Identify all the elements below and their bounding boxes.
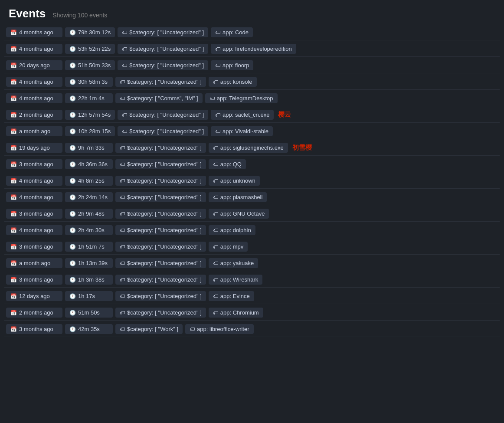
event-row: 📅19 days ago🕐9h 7m 33s🏷$category: [ "Unc… (4, 140, 500, 156)
tag-icon: 🏷 (120, 310, 125, 316)
event-category-badge: 🏷$category: [ "Uncategorized" ] (115, 308, 206, 318)
event-app-badge: 🏷app: Wireshark (209, 275, 262, 285)
event-date: a month ago (19, 128, 50, 134)
event-annotation: 初雪樱 (292, 144, 312, 152)
event-row: 📅4 months ago🕐30h 58m 3s🏷$category: [ "U… (4, 74, 500, 90)
event-duration-badge: 🕐10h 28m 15s (65, 126, 115, 136)
event-date: 3 months ago (19, 161, 53, 167)
event-category-badge: 🏷$category: [ "Uncategorized" ] (118, 110, 208, 120)
tag-icon: 🏷 (120, 260, 125, 266)
event-category-badge: 🏷$category: [ "Uncategorized" ] (115, 143, 206, 153)
event-category: $category: [ "Uncategorized" ] (127, 144, 202, 151)
event-duration-badge: 🕐4h 36m 36s (65, 159, 113, 169)
event-category-badge: 🏷$category: [ "Uncategorized" ] (115, 258, 206, 268)
event-duration: 4h 36m 36s (78, 161, 108, 167)
clock-icon: 🕐 (69, 227, 76, 233)
app-tag-icon: 🏷 (215, 46, 220, 52)
event-category: $category: [ "Uncategorized" ] (127, 161, 202, 167)
event-category: $category: [ "Uncategorized" ] (127, 243, 202, 250)
event-app: app: QQ (220, 161, 242, 167)
app-tag-icon: 🏷 (213, 293, 218, 299)
event-app-badge: 🏷app: libreoffice-writer (185, 324, 253, 334)
event-date: 4 months ago (19, 177, 53, 184)
event-category: $category: [ "Uncategorized" ] (127, 276, 202, 283)
app-tag-icon: 🏷 (213, 178, 218, 184)
clock-icon: 🕐 (69, 178, 76, 184)
event-app: app: konsole (220, 79, 252, 85)
event-category-badge: 🏷$category: [ "Uncategorized" ] (115, 77, 206, 87)
tag-icon: 🏷 (122, 46, 127, 52)
event-category: $category: [ "Uncategorized" ] (127, 79, 202, 85)
clock-icon: 🕐 (69, 128, 76, 134)
event-app: app: mpv (220, 243, 243, 250)
calendar-icon: 📅 (10, 79, 17, 85)
calendar-icon: 📅 (10, 277, 17, 283)
event-app: app: Code (223, 29, 249, 36)
event-duration-badge: 🕐1h 13m 39s (65, 258, 113, 268)
app-tag-icon: 🏷 (190, 326, 195, 332)
event-duration-badge: 🕐79h 30m 12s (65, 27, 115, 37)
event-date: 3 months ago (19, 210, 53, 217)
event-date-badge: 📅4 months ago (6, 192, 62, 202)
event-row: 📅4 months ago🕐2h 24m 14s🏷$category: [ "U… (4, 190, 500, 205)
calendar-icon: 📅 (10, 194, 17, 200)
app-tag-icon: 🏷 (215, 128, 220, 134)
event-category-badge: 🏷$category: [ "Uncategorized" ] (118, 60, 208, 70)
event-duration: 1h 13m 39s (78, 260, 108, 266)
calendar-icon: 📅 (10, 211, 17, 217)
event-app-badge: 🏷app: siglusenginechs.exe (209, 143, 288, 153)
tag-icon: 🏷 (120, 293, 125, 299)
event-date-badge: 📅4 months ago (6, 44, 62, 54)
event-duration-badge: 🕐1h 51m 7s (65, 242, 113, 252)
tag-icon: 🏷 (120, 277, 125, 283)
app-tag-icon: 🏷 (213, 227, 218, 233)
clock-icon: 🕐 (69, 277, 76, 283)
clock-icon: 🕐 (69, 326, 76, 332)
event-date: 3 months ago (19, 326, 53, 332)
event-duration: 30h 58m 3s (78, 79, 108, 85)
clock-icon: 🕐 (69, 293, 76, 299)
event-date-badge: 📅3 months ago (6, 209, 62, 219)
tag-icon: 🏷 (120, 161, 125, 167)
app-tag-icon: 🏷 (209, 95, 215, 102)
event-app: app: dolphin (220, 227, 251, 233)
event-duration: 10h 28m 15s (78, 128, 111, 134)
event-category-badge: 🏷$category: [ "Uncategorized" ] (115, 159, 206, 169)
event-app-badge: 🏷app: saclet_cn.exe (211, 110, 274, 120)
app-tag-icon: 🏷 (213, 194, 218, 200)
event-category-badge: 🏷$category: [ "Uncategorized" ] (115, 209, 206, 219)
event-row: 📅a month ago🕐10h 28m 15s🏷$category: [ "U… (4, 124, 500, 139)
event-category: $category: [ "Uncategorized" ] (129, 62, 204, 69)
event-date: 4 months ago (19, 194, 53, 200)
page-header: Events Showing 100 events (0, 0, 504, 25)
tag-icon: 🏷 (120, 227, 125, 233)
tag-icon: 🏷 (120, 244, 125, 250)
event-category: $category: [ "Comms", "IM" ] (127, 95, 198, 102)
event-duration-badge: 🕐53h 52m 22s (65, 44, 115, 54)
clock-icon: 🕐 (69, 95, 76, 102)
event-category: $category: [ "Uncategorized" ] (129, 128, 204, 134)
event-category: $category: [ "Uncategorized" ] (127, 260, 202, 266)
page-subtitle: Showing 100 events (52, 12, 107, 19)
event-duration: 1h 51m 7s (78, 243, 105, 250)
event-app: app: yakuake (220, 260, 254, 266)
event-app-badge: 🏷app: TelegramDesktop (205, 93, 278, 103)
event-app-badge: 🏷app: GNU Octave (209, 209, 269, 219)
event-row: 📅a month ago🕐1h 13m 39s🏷$category: [ "Un… (4, 256, 500, 271)
event-duration: 9h 7m 33s (78, 144, 105, 151)
calendar-icon: 📅 (10, 112, 17, 118)
calendar-icon: 📅 (10, 326, 17, 332)
tag-icon: 🏷 (120, 79, 125, 85)
event-duration: 4h 8m 25s (78, 177, 105, 184)
app-tag-icon: 🏷 (215, 112, 220, 118)
event-app-badge: 🏷app: yakuake (209, 258, 258, 268)
calendar-icon: 📅 (10, 244, 17, 250)
event-app: app: siglusenginechs.exe (220, 144, 284, 151)
event-app: app: firefoxdeveloperedition (223, 46, 292, 52)
event-duration-badge: 🕐2h 24m 14s (65, 192, 113, 202)
clock-icon: 🕐 (69, 46, 76, 52)
event-date-badge: 📅4 months ago (6, 176, 62, 186)
event-row: 📅12 days ago🕐1h 17s🏷$category: [ "Uncate… (4, 289, 500, 304)
event-duration: 42m 35s (78, 326, 100, 332)
page-title: Events (9, 7, 46, 20)
